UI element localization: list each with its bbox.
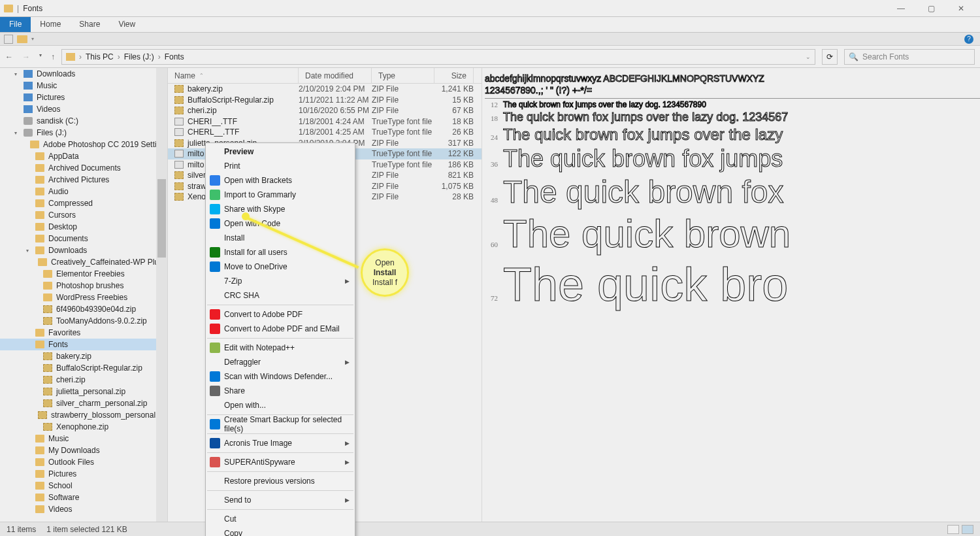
tree-item[interactable]: Compressed [0, 197, 167, 209]
folder-icon [4, 5, 13, 12]
tree-item[interactable]: Adobe Photoshop CC 2019 Settings [0, 139, 167, 150]
fold-icon [35, 470, 44, 478]
tree-item[interactable]: Pictures [0, 92, 167, 103]
menu-item[interactable]: Scan with Windows Defender... [206, 369, 355, 384]
close-button[interactable]: ✕ [946, 0, 976, 17]
minimize-button[interactable]: — [886, 0, 916, 17]
ribbon-tab-home[interactable]: Home [31, 17, 70, 32]
menu-item[interactable]: Edit with Notepad++ [206, 341, 355, 355]
tree-item[interactable]: TooManyAddons-9.0.2.zip [0, 315, 167, 327]
file-row[interactable]: CHERL__.TTF1/18/2001 4:25 AMTrueType fon… [168, 127, 482, 138]
tree-item[interactable]: bakery.zip [0, 350, 167, 362]
tree-item[interactable]: Music [0, 433, 167, 444]
crumb[interactable]: Fonts [165, 52, 184, 61]
file-row[interactable]: bakery.zip2/10/2019 2:04 PMZIP File1,241… [168, 84, 482, 95]
tree-item[interactable]: cheri.zip [0, 374, 167, 386]
view-large-icon[interactable] [962, 525, 973, 534]
tree-item[interactable]: School [0, 480, 167, 492]
tree-item[interactable]: Outlook Files [0, 456, 167, 468]
context-menu: PreviewPrintOpen with BracketsImport to … [205, 142, 355, 536]
tree-item[interactable]: Software [0, 492, 167, 503]
tree-item[interactable]: Favorites [0, 327, 167, 339]
file-row[interactable]: BuffaloScript-Regular.zip1/11/2021 11:22… [168, 95, 482, 106]
tree-item[interactable]: Creatively_Caffeinated-WP Plugins [0, 256, 167, 268]
menu-item[interactable]: Preview [206, 144, 355, 159]
menu-item[interactable]: Open with... [206, 398, 355, 412]
help-icon[interactable]: ? [964, 35, 973, 44]
ribbon-tab-file[interactable]: File [0, 17, 31, 32]
menu-item[interactable]: Import to Grammarly [206, 188, 355, 202]
tree-item[interactable]: julietta_personal.zip [0, 386, 167, 397]
maximize-button[interactable]: ▢ [916, 0, 946, 17]
tree-item[interactable]: Cursors [0, 209, 167, 221]
tree-item[interactable]: Elementor Freebies [0, 268, 167, 280]
menu-icon [210, 309, 220, 320]
menu-item[interactable]: Open with Brackets [206, 173, 355, 188]
menu-item[interactable]: SUPERAntiSpyware▶ [206, 455, 355, 469]
tree-item[interactable]: Xenophone.zip [0, 421, 167, 433]
fold-icon [35, 505, 44, 513]
tree-item[interactable]: Desktop [0, 221, 167, 233]
title-bar: | Fonts — ▢ ✕ [0, 0, 980, 17]
column-headers[interactable]: Name⌃ Date modified Type Size [168, 68, 482, 84]
tree-item[interactable]: 6f4960b49390e04d.zip [0, 303, 167, 315]
file-icon [174, 107, 184, 114]
forward-button[interactable]: → [22, 52, 30, 61]
ribbon-tab-view[interactable]: View [109, 17, 144, 32]
file-row[interactable]: CHERI__.TTF1/18/2001 4:24 AMTrueType fon… [168, 116, 482, 127]
tree-item[interactable]: Photoshop brushes [0, 280, 167, 292]
tree-item[interactable]: Videos [0, 103, 167, 115]
tree-item[interactable]: Pictures [0, 468, 167, 480]
menu-item[interactable]: Restore previous versions [206, 474, 355, 488]
fold-icon [43, 282, 52, 290]
menu-item[interactable]: Share with Skype [206, 202, 355, 216]
recent-dropdown[interactable]: ▾ [39, 52, 42, 61]
menu-item[interactable]: Print [206, 159, 355, 173]
tree-item[interactable]: Documents [0, 233, 167, 244]
menu-item[interactable]: CRC SHA [206, 288, 355, 303]
tree-item[interactable]: ▾Files (J:) [0, 127, 167, 139]
nav-tree[interactable]: ▾DownloadsMusicPicturesVideossandisk (C:… [0, 68, 168, 526]
menu-item[interactable]: Copy [206, 526, 355, 536]
tree-item[interactable]: strawberry_blossom_personal.zip [0, 409, 167, 421]
tree-item[interactable]: Archived Documents [0, 162, 167, 174]
menu-item[interactable]: Convert to Adobe PDF [206, 307, 355, 322]
tree-item[interactable]: Audio [0, 186, 167, 197]
tree-item[interactable]: WordPress Freebies [0, 292, 167, 303]
menu-item[interactable]: Cut [206, 512, 355, 526]
tree-item[interactable]: Videos [0, 503, 167, 515]
tree-item[interactable]: Archived Pictures [0, 174, 167, 186]
tree-item[interactable]: ▾Downloads [0, 68, 167, 80]
menu-item[interactable]: Send to▶ [206, 493, 355, 507]
tree-item[interactable]: AppData [0, 150, 167, 162]
menu-item[interactable]: Create Smart Backup for selected file(s) [206, 417, 355, 431]
back-button[interactable]: ← [5, 52, 13, 61]
tree-item[interactable]: BuffaloScript-Regular.zip [0, 362, 167, 374]
search-box[interactable]: 🔍 Search Fonts [844, 49, 975, 65]
tree-item[interactable]: ▾Downloads [0, 244, 167, 256]
menu-item[interactable]: 7-Zip▶ [206, 274, 355, 288]
scrollbar[interactable] [156, 68, 167, 526]
menu-item[interactable]: Acronis True Image▶ [206, 436, 355, 450]
file-row[interactable]: cheri.zip10/16/2020 6:55 PMZIP File67 KB [168, 105, 482, 116]
tree-item[interactable]: silver_charm_personal.zip [0, 397, 167, 409]
tree-item[interactable]: Fonts [0, 339, 167, 350]
menu-item[interactable]: Share [206, 384, 355, 398]
menu-item[interactable]: Defraggler▶ [206, 355, 355, 369]
menu-item[interactable]: Move to OneDrive [206, 260, 355, 274]
menu-item[interactable]: Convert to Adobe PDF and EMail [206, 322, 355, 336]
breadcrumb[interactable]: › This PC› Files (J:)› Fonts ⌄ [61, 49, 815, 65]
tree-item[interactable]: Music [0, 80, 167, 92]
menu-item[interactable]: Open with Code [206, 216, 355, 231]
search-icon: 🔍 [849, 52, 858, 61]
refresh-button[interactable]: ⟳ [822, 49, 838, 65]
crumb[interactable]: This PC [86, 52, 114, 61]
tree-item[interactable]: My Downloads [0, 444, 167, 456]
up-button[interactable]: ↑ [51, 52, 55, 61]
status-selection: 1 item selected 121 KB [46, 525, 127, 534]
crumb[interactable]: Files (J:) [124, 52, 154, 61]
nav-row: ← → ▾ ↑ › This PC› Files (J:)› Fonts ⌄ ⟳… [0, 46, 980, 68]
view-details-icon[interactable] [947, 525, 959, 534]
tree-item[interactable]: sandisk (C:) [0, 115, 167, 127]
ribbon-tab-share[interactable]: Share [70, 17, 109, 32]
